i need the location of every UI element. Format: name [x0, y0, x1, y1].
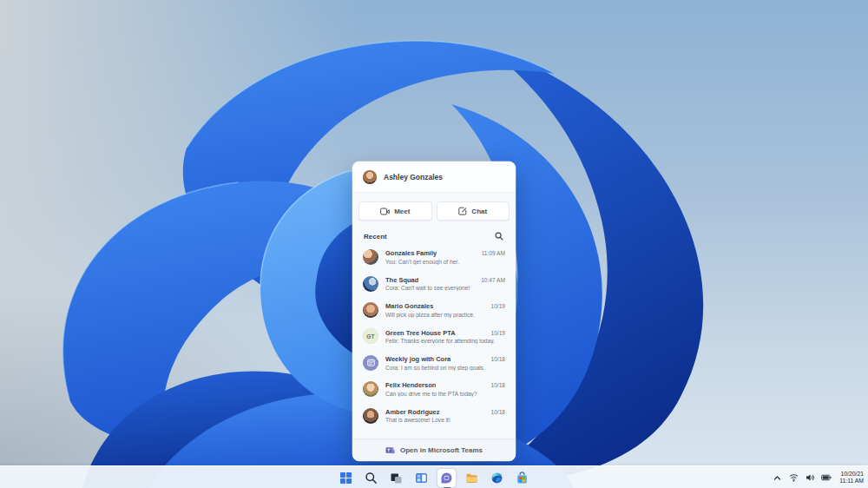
file-explorer-button[interactable] [463, 469, 481, 487]
chat-timestamp: 11:09 AM [482, 250, 505, 256]
chat-row-mario-gonzales[interactable]: Mario Gonzales 10/19 Will pick up pizza … [352, 297, 516, 323]
chat-row-felix-henderson[interactable]: Felix Henderson 10/18 Can you drive me t… [352, 376, 516, 402]
battery-button[interactable] [821, 471, 832, 485]
chat-name: The Squad [385, 276, 418, 284]
chat-timestamp: 10/19 [490, 303, 505, 309]
task-view-icon [390, 472, 403, 485]
search-icon [495, 232, 503, 241]
chat-name: Green Tree House PTA [385, 329, 456, 337]
desktop-wallpaper: Ashley Gonzales Meet Chat Recent [0, 0, 868, 488]
chat-preview: Felix: Thanks everyone for attending tod… [385, 338, 505, 344]
edge-button[interactable] [488, 469, 506, 487]
calendar-avatar [363, 355, 378, 371]
recent-header: Recent [352, 226, 516, 244]
meet-button-label: Meet [394, 208, 410, 215]
chat-preview: You: Can't get enough of her. [385, 259, 505, 265]
initials-avatar: GT [363, 328, 378, 344]
task-view-button[interactable] [387, 469, 405, 487]
video-camera-icon [380, 208, 390, 215]
volume-button[interactable] [805, 471, 815, 485]
chat-timestamp: 10/19 [490, 330, 505, 336]
search-button[interactable] [494, 231, 504, 241]
file-explorer-icon [465, 472, 478, 485]
widgets-button[interactable] [412, 469, 431, 487]
chat-name: Mario Gonzales [385, 302, 433, 310]
chat-button-label: Chat [471, 208, 487, 215]
compose-icon [458, 207, 467, 215]
recent-label: Recent [364, 233, 387, 241]
teams-chat-flyout: Ashley Gonzales Meet Chat Recent [352, 162, 516, 461]
chat-timestamp: 10/18 [490, 356, 505, 362]
chat-preview: That is awesome! Love it! [385, 417, 505, 423]
avatar-initials: GT [366, 333, 374, 340]
search-icon [365, 472, 378, 485]
microsoft-store-button[interactable] [513, 469, 531, 487]
hidden-icons-chevron-button[interactable] [772, 471, 782, 485]
start-button[interactable] [337, 469, 355, 487]
chat-timestamp: 10/18 [490, 382, 505, 388]
chat-name: Weekly jog with Cora [385, 355, 450, 363]
chevron-up-icon [773, 474, 781, 482]
search-button[interactable] [362, 469, 380, 487]
wifi-icon [789, 473, 799, 482]
contact-avatar [363, 302, 378, 318]
chat-preview: Will pick up pizza after my practice. [385, 312, 505, 318]
chat-row-the-squad[interactable]: The Squad 10:47 AM Cora: Can't wait to s… [352, 270, 516, 296]
microsoft-store-icon [516, 472, 529, 485]
chat-name: Amber Rodriguez [385, 408, 440, 416]
windows-start-icon [339, 472, 352, 485]
taskbar-center-icons [337, 466, 531, 488]
chat-preview: Cora: Can't wait to see everyone! [385, 285, 505, 291]
chat-row-weekly-jog-with-cora[interactable]: Weekly jog with Cora 10/18 Cora: I am so… [352, 350, 516, 376]
profile-header[interactable]: Ashley Gonzales [352, 162, 516, 193]
chat-preview: Can you drive me to the PTA today? [385, 391, 505, 397]
chat-name: Felix Henderson [385, 381, 436, 389]
teams-chat-button[interactable] [437, 469, 456, 487]
user-name: Ashley Gonzales [384, 173, 443, 181]
calendar-icon [367, 359, 375, 366]
clock-time: 11:11 AM [839, 478, 864, 485]
taskbar-clock[interactable]: 10/20/21 11:11 AM [838, 471, 864, 485]
chat-row-green-tree-house-pta[interactable]: GT Green Tree House PTA 10/19 Felix: Tha… [352, 323, 516, 349]
quick-actions: Meet Chat [352, 193, 516, 226]
group-avatar [363, 249, 378, 265]
teams-chat-icon [440, 472, 453, 485]
chat-timestamp: 10:47 AM [481, 277, 505, 283]
chat-timestamp: 10/18 [490, 409, 505, 415]
chat-button[interactable]: Chat [437, 201, 510, 221]
speaker-icon [806, 473, 815, 482]
chat-row-gonzales-family[interactable]: Gonzales Family 11:09 AM You: Can't get … [352, 244, 516, 270]
chat-row-amber-rodriguez[interactable]: Amber Rodriguez 10/18 That is awesome! L… [352, 402, 516, 428]
clock-date: 10/20/21 [839, 471, 864, 478]
contact-avatar [363, 408, 378, 424]
widgets-icon [415, 472, 428, 485]
system-tray: 10/20/21 11:11 AM [772, 466, 864, 488]
user-avatar [363, 170, 377, 184]
chat-preview: Cora: I am so behind on my step goals. [385, 365, 505, 371]
group-avatar [363, 276, 378, 292]
chat-name: Gonzales Family [385, 249, 437, 257]
teams-logo-icon [385, 445, 395, 455]
recent-chat-list: Gonzales Family 11:09 AM You: Can't get … [352, 244, 516, 439]
contact-avatar [363, 381, 378, 397]
edge-browser-icon [490, 472, 503, 485]
open-in-teams-button[interactable]: Open in Microsoft Teams [352, 439, 516, 461]
taskbar: 10/20/21 11:11 AM [0, 465, 868, 488]
wifi-button[interactable] [788, 471, 799, 485]
battery-icon [821, 474, 832, 481]
meet-button[interactable]: Meet [358, 201, 432, 221]
open-in-teams-label: Open in Microsoft Teams [400, 446, 483, 454]
